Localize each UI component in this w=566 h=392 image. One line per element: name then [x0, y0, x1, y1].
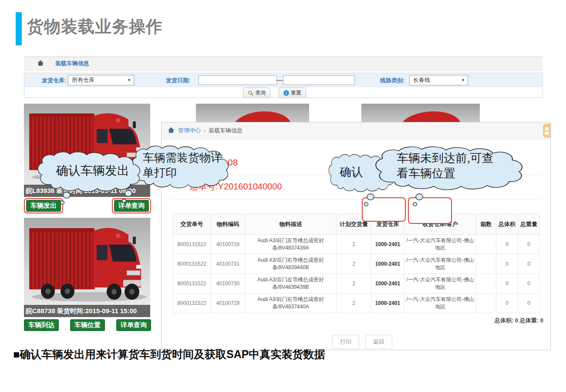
cloud-text: 确认车辆发出	[36, 163, 150, 179]
col-header: 总体积	[496, 214, 518, 235]
truck-card-hidden	[196, 104, 309, 124]
breadcrumb-current[interactable]: 装载车辆信息	[55, 60, 89, 68]
slide: 货物装载业务操作 装载车辆信息 发货仓库: 所有仓库▼ 发货日期: — 线路类别…	[0, 0, 566, 392]
back-button[interactable]: 返回	[365, 335, 392, 349]
search-icon	[248, 90, 253, 96]
breadcrumb-current: 装载车辆信息	[209, 127, 243, 135]
truck-caption: 皖C88738 装货时间:2015-09-11 15:00	[24, 305, 150, 317]
cell: 40100731	[211, 254, 245, 274]
col-header: 物料编码	[211, 214, 245, 235]
cell: 0	[496, 294, 518, 313]
cell: /一汽-大众汽车有限公司-佛山地区	[404, 294, 476, 313]
title-accent-bar	[16, 12, 22, 45]
cloud-text: 车辆需装货物详单打印	[143, 151, 226, 180]
cargo-table: 交货单号 物料编码 物料描述 计划交货量 发货仓库 收货仓库/客户 箱数 总体积…	[172, 214, 540, 313]
reset-button[interactable]: i 重置	[279, 88, 306, 98]
cell: 8000131522	[173, 274, 211, 294]
cloud-text: 确认	[340, 165, 363, 180]
cloud-tail	[364, 193, 375, 210]
cell: 1000-2401	[371, 254, 404, 274]
date-from-input[interactable]	[199, 75, 277, 85]
chevron-down-icon: ▼	[461, 75, 465, 85]
cell: 8000131522	[173, 235, 211, 254]
cloud-confirm-depart: 确认车辆发出	[36, 151, 150, 193]
cloud-tail	[413, 193, 424, 210]
breadcrumb-admin-center[interactable]: 管理中心	[178, 127, 201, 135]
cell: 1000-2401	[371, 274, 404, 294]
cloud-text: 车辆未到达前,可查 看车辆位置	[397, 151, 494, 181]
col-header: 物料描述	[245, 214, 337, 235]
route-select[interactable]: 长春线▼	[409, 75, 468, 85]
info-icon: i	[283, 90, 289, 96]
date-to-input[interactable]	[283, 75, 355, 85]
cell: 0	[518, 294, 540, 313]
annotation-highlight: 车辆发出	[24, 198, 63, 213]
divider	[172, 199, 541, 199]
vehicle-position-button[interactable]: 车辆位置	[70, 319, 105, 331]
cell: 0	[518, 274, 540, 294]
cell: 40100730	[211, 274, 245, 294]
breadcrumb: 装载车辆信息	[24, 57, 542, 71]
breadcrumb-separator: ›	[204, 128, 206, 134]
cell: 2	[337, 235, 371, 254]
cell: 2	[337, 294, 371, 313]
print-button[interactable]: 打印	[332, 335, 359, 349]
page-title: 货物装载业务操作	[27, 16, 163, 38]
table-row: 8000131522 40100729 Audi A3/前门右导槽总成密封条/8…	[173, 294, 540, 313]
cell: 1000-2401	[371, 235, 404, 254]
cloud-position-tip: 车辆未到达前,可查 看车辆位置	[373, 145, 536, 192]
table-row: 8000131522 40100731 Audi A3/后门右导槽总成密封条/8…	[173, 254, 540, 274]
cell: 8000131522	[173, 294, 211, 313]
cell: 1000-2401	[371, 294, 404, 313]
cell	[476, 274, 496, 294]
panel-breadcrumb: 管理中心 › 装载车辆信息	[162, 122, 550, 139]
col-header: 交货单号	[173, 214, 211, 235]
cell: 0	[496, 235, 518, 254]
cell: 0	[496, 274, 518, 294]
cell: /一汽-大众汽车有限公司-佛山地区	[404, 274, 476, 294]
cell: 2	[337, 274, 371, 294]
cell	[476, 235, 496, 254]
col-header: 箱数	[476, 214, 496, 235]
chevron-down-icon: ▼	[127, 75, 131, 85]
cell: 0	[496, 254, 518, 274]
cell	[476, 254, 496, 274]
table-row: 8000131522 40100730 Audi A3/后门左导槽总成密封条/8…	[173, 274, 540, 294]
home-icon[interactable]	[37, 60, 44, 68]
cell: 0	[518, 235, 540, 254]
search-button[interactable]: 查询	[243, 88, 270, 98]
col-header: 总重量	[518, 214, 540, 235]
table-row: 8000131522 40100728 Audi A3/前门左导槽总成密封条/8…	[173, 235, 540, 254]
cell: Audi A3/前门右导槽总成密封条/8V4837440A	[245, 294, 337, 313]
vehicle-arrive-button[interactable]: 车辆到达	[24, 319, 59, 331]
cell: 40100729	[211, 294, 245, 313]
truck2-actions: 车辆到达 车辆位置 详单查询	[24, 319, 151, 331]
bottom-note: ■确认车辆发出用来计算货车到货时间及获取SAP中真实装货数据	[13, 347, 325, 362]
truck-photo: 皖C88738 装货时间:2015-09-11 15:00	[24, 218, 150, 317]
cloud-tail	[60, 192, 71, 208]
table-header-row: 交货单号 物料编码 物料描述 计划交货量 发货仓库 收货仓库/客户 箱数 总体积…	[173, 214, 540, 235]
totals-summary: 总体积: 0 总体重: 0	[495, 317, 543, 324]
ship-date-label: 发货日期:	[166, 77, 190, 84]
cell: 8000131522	[173, 254, 211, 274]
cell: 2	[337, 254, 371, 274]
cell: /一汽-大众汽车有限公司-佛山地区	[404, 235, 476, 254]
cell: /一汽-大众汽车有限公司-佛山地区	[404, 254, 476, 274]
detail-query-button[interactable]: 详单查询	[116, 319, 151, 331]
cell: Audi A3/后门左导槽总成密封条/8V4839439B	[245, 274, 337, 294]
home-icon[interactable]	[168, 127, 175, 135]
cell: 40100728	[211, 235, 245, 254]
date-separator: —	[276, 76, 283, 83]
panel-corner-button[interactable]	[543, 124, 550, 138]
cell: 0	[518, 254, 540, 274]
cell: Audi A3/前门左导槽总成密封条/8V4837439A	[245, 235, 337, 254]
warehouse-label: 发货仓库:	[42, 77, 66, 84]
cell: Audi A3/后门右导槽总成密封条/8V4839440B	[245, 254, 337, 274]
warehouse-select[interactable]: 所有仓库▼	[68, 75, 134, 85]
vehicle-depart-button[interactable]: 车辆发出	[26, 200, 61, 212]
truck-card-hidden	[361, 104, 480, 124]
cell	[476, 294, 496, 313]
route-label: 线路类别:	[380, 77, 404, 84]
